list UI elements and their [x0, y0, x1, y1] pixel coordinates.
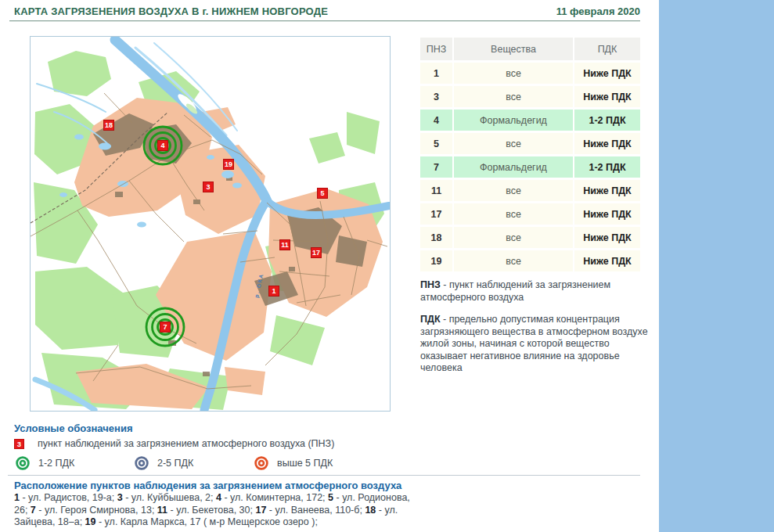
right-sidebar-panel: [659, 0, 774, 532]
pnz-marker-icon: 3: [14, 439, 24, 449]
legend-marker-row: 3 пункт наблюдений за загрязнением атмос…: [14, 437, 334, 450]
page-title: КАРТА ЗАГРЯЗЕНЕНИЯ ВОЗДУХА В г. НИЖНЕМ Н…: [14, 5, 328, 17]
report-date: 11 февраля 2020: [517, 5, 640, 17]
table-cell-pdk: Ниже ПДК: [574, 250, 640, 271]
svg-text:5: 5: [320, 189, 324, 197]
table-cell-pnz: 18: [420, 227, 452, 248]
legend-level-item: 2-5 ПДК: [133, 455, 193, 472]
table-cell-pnz: 7: [420, 156, 452, 178]
column-header-substance: Вещества: [454, 38, 573, 60]
svg-text:7: 7: [163, 323, 167, 331]
table-cell-pnz: 3: [420, 86, 452, 107]
map-marker-19: 19: [224, 160, 234, 170]
table-cell-substance: Формальдегид: [454, 156, 573, 178]
map-marker-17: 17: [311, 248, 322, 258]
legend-level-item: 1-2 ПДК: [14, 455, 74, 472]
svg-text:19: 19: [225, 160, 232, 168]
table-cell-substance: все: [454, 133, 573, 154]
legend-level-item: выше 5 ПДК: [253, 455, 333, 472]
header-divider: [9, 20, 640, 21]
legend-level-label: 2-5 ПДК: [157, 458, 193, 469]
svg-text:4: 4: [160, 142, 164, 149]
table-cell-substance: все: [454, 250, 573, 271]
table-cell-pnz: 19: [420, 250, 452, 271]
table-cell-pdk: Ниже ПДК: [574, 203, 640, 225]
table-cell-substance: все: [454, 227, 573, 248]
pdk-level-icon: [14, 455, 31, 472]
pollution-table: ПНЗ Вещества ПДК 1всеНиже ПДК3всеНиже ПД…: [420, 38, 640, 271]
locations-heading: Расположение пунктов наблюдения за загря…: [14, 480, 401, 491]
legend-marker-label: пункт наблюдений за загрязнением атмосфе…: [38, 438, 334, 449]
pdk-level-icon: [253, 455, 270, 472]
table-cell-substance: все: [454, 203, 573, 225]
table-cell-substance: все: [454, 180, 573, 201]
svg-text:11: 11: [281, 241, 289, 249]
map-marker-18: 18: [104, 120, 114, 131]
city-map: р. ОКА 1841935111717: [31, 37, 390, 411]
definition-item: ПДК - предельно допустимая концентрация …: [420, 314, 653, 375]
svg-text:3: 3: [206, 183, 210, 191]
table-cell-pdk: Ниже ПДК: [574, 86, 640, 107]
svg-text:1: 1: [272, 287, 275, 295]
legend-level-label: 1-2 ПДК: [38, 458, 74, 469]
legend-level-label: выше 5 ПДК: [277, 458, 333, 469]
table-cell-pdk: Ниже ПДК: [574, 227, 640, 248]
svg-text:17: 17: [312, 249, 320, 257]
table-cell-pnz: 17: [420, 203, 452, 225]
column-header-pnz: ПНЗ: [420, 38, 452, 60]
map-marker-11: 11: [280, 240, 290, 250]
map-frame: р. ОКА 1841935111717: [30, 36, 391, 412]
table-cell-pnz: 4: [420, 110, 452, 131]
map-marker-4: 4: [158, 141, 168, 151]
map-marker-3: 3: [203, 182, 214, 192]
table-cell-pdk: Ниже ПДК: [574, 63, 640, 84]
pdk-level-icon: [133, 455, 150, 472]
table-cell-pdk: Ниже ПДК: [574, 180, 640, 201]
section-divider: [8, 475, 640, 476]
table-cell-pdk: 1-2 ПДК: [574, 156, 640, 178]
map-marker-5: 5: [318, 189, 328, 199]
legend-heading: Условные обозначения: [14, 422, 132, 434]
map-marker-1: 1: [269, 286, 279, 297]
table-cell-pnz: 11: [420, 180, 452, 201]
table-cell-substance: все: [454, 86, 573, 107]
table-cell-pdk: Ниже ПДК: [574, 133, 640, 154]
table-cell-substance: Формальдегид: [454, 110, 573, 131]
table-cell-pdk: 1-2 ПДК: [574, 110, 640, 131]
legend-levels-row: 1-2 ПДК2-5 ПДКвыше 5 ПДК: [0, 455, 423, 473]
table-cell-pnz: 5: [420, 133, 452, 154]
table-cell-pnz: 1: [420, 63, 452, 84]
definition-item: ПНЗ - пункт наблюдений за загрязнением а…: [420, 279, 653, 304]
definitions-block: ПНЗ - пункт наблюдений за загрязнением а…: [420, 279, 653, 385]
svg-text:18: 18: [105, 121, 113, 129]
map-marker-7: 7: [160, 322, 171, 332]
table-cell-substance: все: [454, 63, 573, 84]
column-header-pdk: ПДК: [574, 38, 640, 60]
locations-list: 1 - ул. Радистов, 19-а; 3 - ул. Куйбышев…: [14, 492, 418, 529]
